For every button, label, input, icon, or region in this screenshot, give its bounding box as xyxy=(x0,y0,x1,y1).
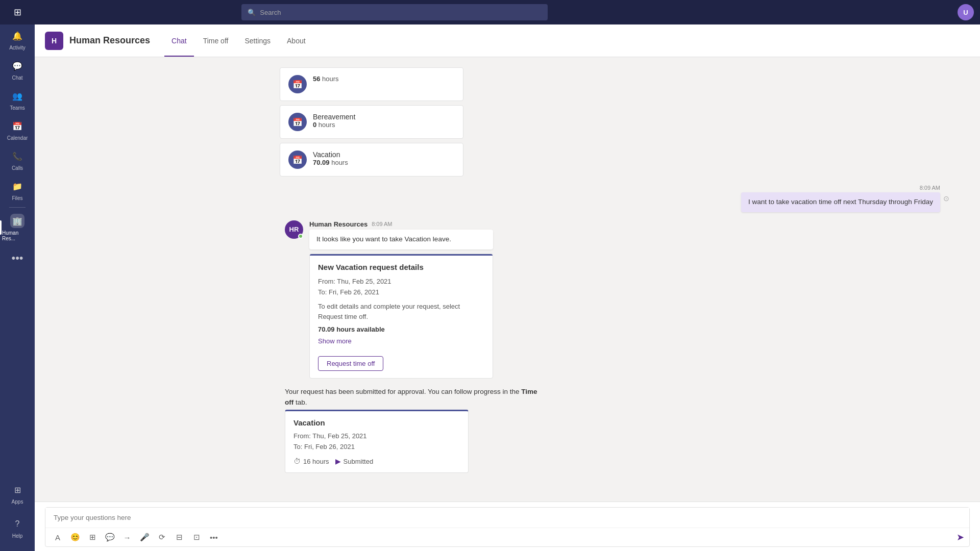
tab-timeoff[interactable]: Time off xyxy=(196,24,236,57)
waffle-icon[interactable]: ⊞ xyxy=(14,7,21,18)
meeting-icon[interactable]: ⊡ xyxy=(189,530,204,544)
cards-list: 📅 56 hours 📅 Bereavement xyxy=(280,67,463,177)
leave-icon: 📅 xyxy=(288,75,307,93)
schedule-icon[interactable]: ⊟ xyxy=(172,530,186,544)
search-input[interactable] xyxy=(260,9,542,16)
tab-settings[interactable]: Settings xyxy=(237,24,278,57)
sidebar-item-label: Help xyxy=(12,533,23,539)
vacation-balance-content: Vacation 70.09 hours xyxy=(313,151,348,166)
vacation-hours: 16 hours xyxy=(303,458,329,465)
sidebar-item-calendar[interactable]: 📅 Calendar xyxy=(0,115,35,145)
card-content: 56 hours xyxy=(313,75,339,83)
request-card-header: New Vacation request details From: Thu, … xyxy=(310,254,493,350)
channel-tabs: Chat Time off Settings About xyxy=(164,24,313,57)
teams-icon: 👥 xyxy=(10,89,24,103)
files-icon: 📁 xyxy=(10,179,24,193)
help-icon: ? xyxy=(10,517,24,531)
message-meta: Human Resources 8:09 AM xyxy=(309,220,493,228)
request-time-off-button[interactable]: Request time off xyxy=(318,356,383,371)
vacation-card-dates: From: Thu, Feb 25, 2021 To: Fri, Feb 26,… xyxy=(293,431,460,453)
vacation-balance-icon: 📅 xyxy=(288,151,307,169)
sidebar-item-label: Human Res... xyxy=(2,230,33,241)
outgoing-message: 8:09 AM I want to take vacation time off… xyxy=(741,185,949,212)
channel-name: Human Resources xyxy=(69,35,150,46)
sticker-icon[interactable]: 💬 xyxy=(103,530,117,544)
message-sender: Human Resources xyxy=(309,220,368,228)
loop-icon[interactable]: ⟳ xyxy=(155,530,169,544)
sidebar-item-teams[interactable]: 👥 Teams xyxy=(0,85,35,115)
incoming-body: Human Resources 8:09 AM It looks like yo… xyxy=(309,220,493,379)
chat-area: 📅 56 hours 📅 Bereavement xyxy=(35,57,980,502)
sidebar-item-label: Calendar xyxy=(7,135,28,141)
scroll-spacer xyxy=(65,481,949,491)
attach-icon[interactable]: → xyxy=(120,530,134,544)
sidebar-item-label: Files xyxy=(12,195,22,201)
input-area: A 😊 ⊞ 💬 → 🎤 ⟳ ⊟ ⊡ ••• ➤ xyxy=(35,502,980,551)
incoming-message-group: HR Human Resources 8:09 AM It looks like… xyxy=(285,220,530,379)
vacation-to: To: Fri, Feb 26, 2021 xyxy=(293,442,460,453)
outgoing-bubble: I want to take vacation time off next Th… xyxy=(741,192,940,212)
bereavement-hours: 0 hours xyxy=(313,121,355,129)
sidebar-item-files[interactable]: 📁 Files xyxy=(0,175,35,205)
bereavement-content: Bereavement 0 hours xyxy=(313,113,355,129)
sidebar-item-apps[interactable]: ⊞ Apps xyxy=(8,479,27,509)
sidebar-item-label: Calls xyxy=(12,165,23,171)
request-card-title: New Vacation request details xyxy=(318,263,484,271)
show-more-link[interactable]: Show more xyxy=(318,337,484,345)
online-dot xyxy=(298,234,303,239)
outgoing-text: I want to take vacation time off next Th… xyxy=(748,198,933,206)
input-toolbar: A 😊 ⊞ 💬 → 🎤 ⟳ ⊟ ⊡ ••• ➤ xyxy=(45,528,969,546)
vacation-status-row: ⏱ 16 hours ▶ Submitted xyxy=(293,457,460,465)
activity-icon: 🔔 xyxy=(10,29,24,43)
vacation-from: From: Thu, Feb 25, 2021 xyxy=(293,431,460,442)
bereavement-name: Bereavement xyxy=(313,113,355,121)
incoming-text: It looks like you want to take Vacation … xyxy=(316,235,451,243)
search-box[interactable]: 🔍 xyxy=(241,4,548,20)
submitted-label: Submitted xyxy=(344,458,374,465)
rail-bottom: ⊞ Apps ? Help xyxy=(8,479,27,551)
humanres-icon: 🏢 xyxy=(10,214,24,228)
app-menu-top: ⊞ xyxy=(0,0,35,24)
top-bar: 🔍 U xyxy=(35,0,980,24)
approval-section: Your request has been submitted for appr… xyxy=(285,387,591,473)
card-inner-vacation: 📅 Vacation 70.09 hours xyxy=(280,143,463,176)
request-card-to: To: Fri, Feb 26, 2021 xyxy=(318,287,484,298)
user-avatar[interactable]: U xyxy=(958,4,974,20)
sidebar-item-label: Activity xyxy=(9,45,26,51)
vacation-card-title: Vacation xyxy=(293,418,460,427)
more-options-icon[interactable]: ••• xyxy=(207,530,221,544)
emoji-icon[interactable]: 😊 xyxy=(68,530,82,544)
sidebar-item-label: Chat xyxy=(12,75,22,81)
avatar-initials: U xyxy=(963,9,968,16)
sidebar-item-activity[interactable]: 🔔 Activity xyxy=(0,24,35,55)
incoming-bubble: It looks like you want to take Vacation … xyxy=(309,230,493,249)
tab-about[interactable]: About xyxy=(280,24,313,57)
send-button[interactable]: ➤ xyxy=(957,532,964,543)
sidebar-item-calls[interactable]: 📞 Calls xyxy=(0,145,35,175)
clock-icon: ⏱ xyxy=(293,457,301,465)
sidebar-item-humanres[interactable]: 🏢 Human Res... xyxy=(0,210,35,245)
app-rail: ⊞ 🔔 Activity 💬 Chat 👥 Teams 📅 Calendar 📞… xyxy=(0,0,35,551)
more-apps-button[interactable]: ••• xyxy=(0,245,35,271)
request-card-from: From: Thu, Feb 25, 2021 xyxy=(318,277,484,287)
approval-text: Your request has been submitted for appr… xyxy=(285,387,540,408)
tab-chat[interactable]: Chat xyxy=(164,24,194,57)
sidebar-item-help[interactable]: ? Help xyxy=(8,513,27,543)
calls-icon: 📞 xyxy=(10,149,24,163)
top-card-hours: 56 hours xyxy=(313,75,339,83)
rail-divider xyxy=(9,207,26,208)
outgoing-message-body: 8:09 AM I want to take vacation time off… xyxy=(741,185,940,212)
sidebar-item-label: Apps xyxy=(12,499,23,505)
format-icon[interactable]: A xyxy=(51,530,65,544)
outgoing-meta: 8:09 AM xyxy=(741,185,940,191)
vacation-submitted-card: Vacation From: Thu, Feb 25, 2021 To: Fri… xyxy=(285,410,469,473)
request-card-desc: To edit details and complete your reques… xyxy=(318,302,484,321)
gif-icon[interactable]: ⊞ xyxy=(85,530,100,544)
apps-icon: ⊞ xyxy=(10,483,24,497)
message-input[interactable] xyxy=(45,508,969,528)
ellipsis-icon: ••• xyxy=(11,252,23,265)
audio-icon[interactable]: 🎤 xyxy=(137,530,152,544)
sidebar-item-chat[interactable]: 💬 Chat xyxy=(0,55,35,85)
request-card-available: 70.09 hours available xyxy=(318,325,484,333)
top-card: 📅 56 hours xyxy=(280,67,463,101)
